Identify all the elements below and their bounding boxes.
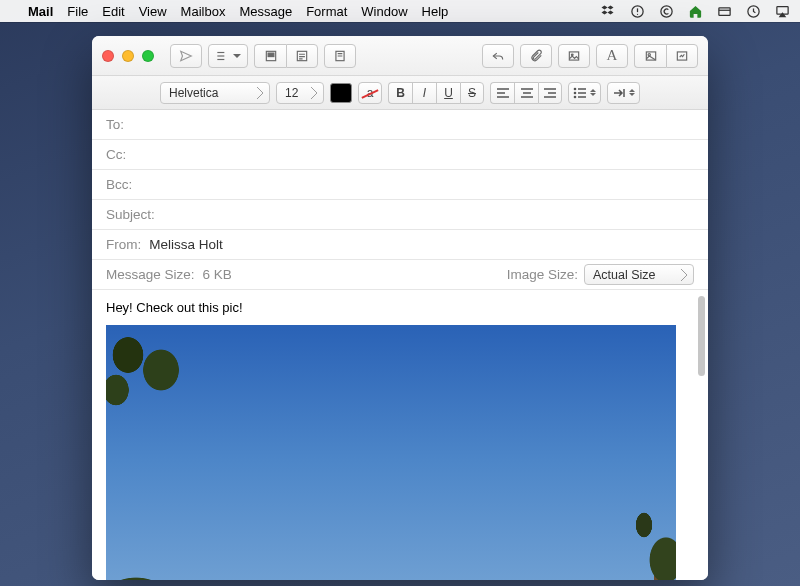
image-size-select[interactable]: Actual Size <box>584 264 694 285</box>
bcc-label: Bcc: <box>106 177 132 192</box>
subject-label: Subject: <box>106 207 155 222</box>
format-button[interactable]: A <box>596 44 628 68</box>
c-icon[interactable] <box>659 4 674 19</box>
attached-image[interactable] <box>106 325 676 580</box>
card-icon[interactable] <box>717 4 732 19</box>
size-row: Message Size: 6 KB Image Size: Actual Si… <box>92 260 708 290</box>
app-menu[interactable]: Mail <box>28 4 53 19</box>
menu-window[interactable]: Window <box>361 4 407 19</box>
font-family-value: Helvetica <box>169 86 218 100</box>
chevron-updown-icon <box>629 86 635 99</box>
zoom-button[interactable] <box>142 50 154 62</box>
align-left-button[interactable] <box>490 82 514 104</box>
window-controls <box>102 50 154 62</box>
home-icon[interactable] <box>688 4 703 19</box>
airplay-icon[interactable] <box>775 4 790 19</box>
text-color-button[interactable] <box>330 83 352 103</box>
to-label: To: <box>106 117 124 132</box>
svg-rect-4 <box>719 7 730 15</box>
menu-view[interactable]: View <box>139 4 167 19</box>
stationery-button[interactable] <box>324 44 356 68</box>
align-group <box>490 82 562 104</box>
close-button[interactable] <box>102 50 114 62</box>
to-row: To: <box>92 110 708 140</box>
plain-text-button[interactable] <box>286 44 318 68</box>
include-attachment-button[interactable] <box>558 44 590 68</box>
subject-field[interactable] <box>163 207 694 222</box>
photo-browser-button[interactable] <box>634 44 666 68</box>
message-size-value: 6 KB <box>203 267 232 282</box>
media-group <box>634 44 698 68</box>
subject-row: Subject: <box>92 200 708 230</box>
send-button[interactable] <box>170 44 202 68</box>
svg-rect-10 <box>217 58 224 59</box>
cc-field[interactable] <box>134 147 694 162</box>
align-center-button[interactable] <box>514 82 538 104</box>
underline-button[interactable]: U <box>436 82 460 104</box>
svg-rect-20 <box>569 51 578 59</box>
align-right-button[interactable] <box>538 82 562 104</box>
info-icon[interactable] <box>630 4 645 19</box>
header-fields-button[interactable] <box>208 44 248 68</box>
menu-file[interactable]: File <box>67 4 88 19</box>
menu-edit[interactable]: Edit <box>102 4 124 19</box>
minimize-button[interactable] <box>122 50 134 62</box>
text-bgcolor-button[interactable]: a <box>358 82 382 104</box>
rich-plain-toggle <box>254 44 318 68</box>
font-family-select[interactable]: Helvetica <box>160 82 270 104</box>
svg-point-26 <box>574 91 577 94</box>
body-text[interactable]: Hey! Check out this pic! <box>106 300 692 315</box>
bcc-field[interactable] <box>140 177 694 192</box>
message-size-label: Message Size: <box>106 267 195 282</box>
to-field[interactable] <box>132 117 694 132</box>
svg-rect-8 <box>217 51 224 52</box>
timemachine-icon[interactable] <box>746 4 761 19</box>
svg-rect-12 <box>268 53 274 57</box>
titlebar: A <box>92 36 708 76</box>
image-size-value: Actual Size <box>593 268 656 282</box>
svg-point-25 <box>574 87 577 90</box>
svg-rect-9 <box>217 55 224 56</box>
style-group: B I U S <box>388 82 484 104</box>
bold-button[interactable]: B <box>388 82 412 104</box>
rich-text-button[interactable] <box>254 44 286 68</box>
from-value[interactable]: Melissa Holt <box>149 237 694 252</box>
format-bar: Helvetica 12 a B I U S <box>92 76 708 110</box>
svg-point-27 <box>574 95 577 98</box>
attach-button[interactable] <box>520 44 552 68</box>
dropbox-icon[interactable] <box>601 4 616 19</box>
strikethrough-button[interactable]: S <box>460 82 484 104</box>
from-label: From: <box>106 237 141 252</box>
scrollbar-thumb[interactable] <box>698 296 705 376</box>
cc-row: Cc: <box>92 140 708 170</box>
markup-button[interactable] <box>666 44 698 68</box>
reply-button[interactable] <box>482 44 514 68</box>
chevron-updown-icon <box>590 86 596 99</box>
cc-label: Cc: <box>106 147 126 162</box>
font-size-value: 12 <box>285 86 298 100</box>
bcc-row: Bcc: <box>92 170 708 200</box>
menu-message[interactable]: Message <box>239 4 292 19</box>
message-headers: To: Cc: Bcc: Subject: From: Melissa Holt… <box>92 110 708 290</box>
font-size-select[interactable]: 12 <box>276 82 324 104</box>
italic-button[interactable]: I <box>412 82 436 104</box>
compose-window: A Helvetica 12 a B I U S To: Cc: <box>92 36 708 580</box>
svg-point-3 <box>661 5 672 16</box>
from-row: From: Melissa Holt <box>92 230 708 260</box>
chevron-down-icon <box>233 48 241 63</box>
menu-mailbox[interactable]: Mailbox <box>181 4 226 19</box>
indent-button[interactable] <box>607 82 640 104</box>
menu-format[interactable]: Format <box>306 4 347 19</box>
menu-help[interactable]: Help <box>422 4 449 19</box>
message-body[interactable]: Hey! Check out this pic! <box>92 290 708 580</box>
list-button[interactable] <box>568 82 601 104</box>
image-size-label: Image Size: <box>507 267 578 282</box>
menubar: Mail File Edit View Mailbox Message Form… <box>0 0 800 22</box>
svg-point-2 <box>637 13 638 14</box>
